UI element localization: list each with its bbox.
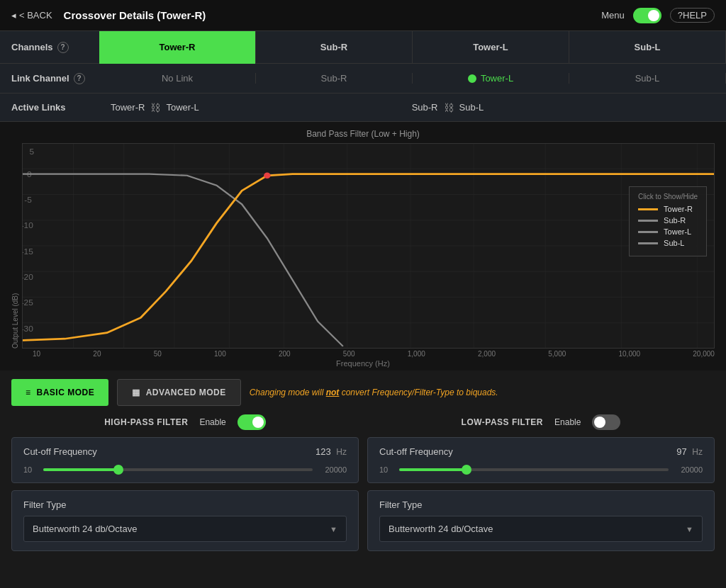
- link-channel-label: Link Channel ?: [0, 73, 99, 84]
- link-options: No Link Sub-R Tower-L Sub-L: [99, 73, 726, 84]
- legend-item-sub-l[interactable]: Sub-L: [638, 239, 698, 247]
- basic-mode-button[interactable]: ≡ BASIC MODE: [11, 379, 108, 406]
- tab-sub-l[interactable]: Sub-L: [569, 31, 726, 64]
- menu-button[interactable]: Menu: [601, 10, 625, 21]
- link-option-tower-l[interactable]: Tower-L: [413, 73, 569, 84]
- channels-row: Channels ? Tower-R Sub-R Tower-L Sub-L: [0, 31, 726, 64]
- low-pass-slider-track[interactable]: [399, 468, 669, 471]
- svg-text:-30: -30: [23, 324, 33, 332]
- high-pass-cutoff-header: Cut-off Frequency 123 Hz: [23, 446, 347, 457]
- high-pass-cutoff-value: 123: [315, 446, 331, 457]
- low-pass-cutoff-label: Cut-off Frequency: [379, 446, 453, 457]
- link-option-sub-l[interactable]: Sub-L: [569, 73, 726, 84]
- link-channel-row: Link Channel ? No Link Sub-R Tower-L Sub…: [0, 64, 726, 94]
- link-chain-icon-2: ⛓: [444, 102, 454, 113]
- low-pass-enable-label: Enable: [554, 417, 581, 427]
- active-links-row: Active Links Tower-R ⛓ Tower-L Sub-R ⛓ S…: [0, 94, 726, 122]
- chart-inner: 0 -5 -10 -15 -20 -25 -30 5 Click to Show…: [22, 143, 715, 349]
- low-pass-slider-thumb[interactable]: [462, 465, 471, 475]
- link-pair-1: Tower-R ⛓ Tower-L: [111, 102, 199, 113]
- low-pass-select-arrow: ▼: [686, 525, 693, 533]
- high-pass-column: HIGH-PASS FILTER Enable Cut-off Frequenc…: [11, 414, 359, 558]
- high-pass-select-arrow: ▼: [330, 525, 337, 533]
- legend-line-tower-l: [638, 231, 658, 233]
- high-pass-slider-thumb[interactable]: [113, 465, 123, 475]
- low-pass-slider-fill: [399, 468, 467, 471]
- mode-row: ≡ BASIC MODE ▦ ADVANCED MODE Changing mo…: [0, 371, 726, 414]
- high-pass-title: HIGH-PASS FILTER: [104, 417, 188, 427]
- low-pass-slider-max: 20000: [674, 465, 703, 474]
- page-title: Crossover Details (Tower-R): [64, 9, 602, 21]
- low-pass-filter-type-label: Filter Type: [379, 499, 703, 510]
- link-option-sub-r[interactable]: Sub-R: [256, 73, 413, 84]
- advanced-mode-button[interactable]: ▦ ADVANCED MODE: [117, 379, 240, 406]
- tab-tower-r[interactable]: Tower-R: [99, 31, 256, 64]
- high-pass-slider-max: 20000: [318, 465, 347, 474]
- low-pass-cutoff-value-group: 97 Hz: [676, 446, 703, 457]
- low-pass-slider-row: 10 20000: [379, 465, 703, 474]
- chart-title: Band Pass Filter (Low + High): [11, 129, 715, 139]
- legend-line-sub-l: [638, 242, 658, 244]
- svg-text:-25: -25: [23, 299, 33, 307]
- low-pass-slider-min: 10: [379, 465, 393, 474]
- legend-line-sub-r: [638, 220, 658, 222]
- chart-svg: 0 -5 -10 -15 -20 -25 -30 5: [23, 144, 714, 348]
- legend-title: Click to Show/Hide: [638, 193, 698, 200]
- high-pass-toggle[interactable]: [238, 414, 266, 430]
- main-toggle[interactable]: [633, 8, 661, 23]
- grid-icon: ▦: [132, 388, 140, 397]
- svg-text:5: 5: [30, 147, 35, 155]
- low-pass-header: LOW-PASS FILTER Enable: [367, 414, 715, 430]
- filters-row: HIGH-PASS FILTER Enable Cut-off Frequenc…: [0, 414, 726, 567]
- high-pass-enable-label: Enable: [199, 417, 225, 427]
- back-button[interactable]: ◂ < BACK: [11, 10, 52, 21]
- legend-item-sub-r[interactable]: Sub-R: [638, 216, 698, 225]
- low-pass-filter-type-select[interactable]: Butterworth 24 db/Octave ▼: [379, 516, 703, 542]
- low-pass-toggle-knob: [594, 417, 605, 428]
- x-axis-ticks: 10 20 50 100 200 500 1,000 2,000 5,000 1…: [11, 349, 715, 358]
- legend-line-tower-r: [638, 208, 658, 210]
- high-pass-cutoff-box: Cut-off Frequency 123 Hz 10 20000: [11, 437, 359, 483]
- svg-text:-20: -20: [23, 273, 33, 281]
- low-pass-cutoff-unit: Hz: [692, 447, 703, 457]
- tab-sub-r[interactable]: Sub-R: [256, 31, 413, 64]
- link-option-no-link[interactable]: No Link: [99, 73, 256, 84]
- low-pass-filter-type-box: Filter Type Butterworth 24 db/Octave ▼: [367, 490, 715, 551]
- svg-text:-10: -10: [23, 222, 33, 230]
- low-pass-cutoff-header: Cut-off Frequency 97 Hz: [379, 446, 703, 457]
- channels-label: Channels ?: [0, 42, 99, 53]
- high-pass-slider-row: 10 20000: [23, 465, 347, 474]
- high-pass-filter-type-select[interactable]: Butterworth 24 db/Octave ▼: [23, 516, 347, 542]
- x-axis-label: Frequency (Hz): [11, 359, 715, 368]
- link-selected-dot: [468, 74, 476, 83]
- legend-item-tower-r[interactable]: Tower-R: [638, 205, 698, 213]
- sliders-icon: ≡: [26, 388, 31, 397]
- link-chain-icon-1: ⛓: [150, 102, 160, 113]
- help-button[interactable]: ?HELP: [670, 8, 715, 23]
- tab-tower-l[interactable]: Tower-L: [413, 31, 569, 64]
- link-channel-help-icon[interactable]: ?: [74, 73, 85, 84]
- high-pass-slider-track[interactable]: [43, 468, 313, 471]
- low-pass-cutoff-box: Cut-off Frequency 97 Hz 10 20000: [367, 437, 715, 483]
- back-icon: ◂: [11, 10, 16, 21]
- channels-help-icon[interactable]: ?: [57, 42, 69, 53]
- active-links-content: Tower-R ⛓ Tower-L Sub-R ⛓ Sub-L: [99, 102, 726, 113]
- chart-area: Band Pass Filter (Low + High) Output Lev…: [0, 122, 726, 371]
- chart-container: Output Level (dB): [11, 143, 715, 349]
- svg-text:-5: -5: [24, 196, 32, 204]
- y-axis-label: Output Level (dB): [11, 143, 19, 349]
- header-right: Menu ?HELP: [601, 8, 715, 23]
- high-pass-filter-type-label: Filter Type: [23, 499, 347, 510]
- high-pass-cutoff-label: Cut-off Frequency: [23, 446, 97, 457]
- high-pass-cutoff-value-group: 123 Hz: [315, 446, 347, 457]
- low-pass-cutoff-value: 97: [676, 446, 686, 457]
- channel-tabs: Tower-R Sub-R Tower-L Sub-L: [99, 31, 726, 64]
- high-pass-header: HIGH-PASS FILTER Enable: [11, 414, 359, 430]
- active-links-label: Active Links: [0, 102, 99, 113]
- high-pass-cutoff-unit: Hz: [336, 447, 347, 457]
- low-pass-toggle[interactable]: [592, 414, 620, 430]
- mode-notice: Changing mode will not convert Frequency…: [250, 388, 498, 397]
- back-label: < BACK: [19, 10, 52, 21]
- low-pass-title: LOW-PASS FILTER: [462, 417, 543, 427]
- legend-item-tower-l[interactable]: Tower-L: [638, 227, 698, 236]
